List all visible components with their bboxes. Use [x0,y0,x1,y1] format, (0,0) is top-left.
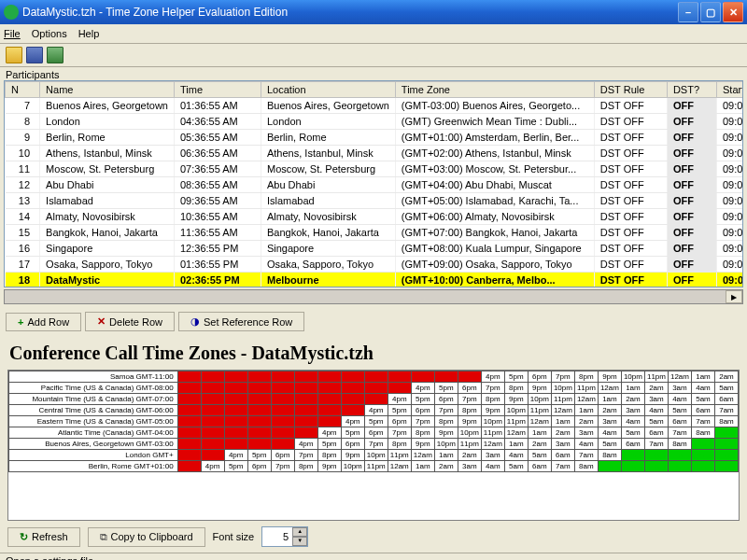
chart-cell: 8am [598,450,621,461]
chart-cell: 6am [621,439,644,450]
chart-cell: 4am [598,427,621,439]
table-row[interactable]: 14Almaty, Novosibirsk10:36:55 AMAlmaty, … [6,209,744,225]
chart-cell: 3am [621,405,644,416]
table-row[interactable]: 7Buenos Aires, Georgetown01:36:55 AMBuen… [6,98,744,114]
col-timezone[interactable]: Time Zone [395,82,594,98]
col-dst[interactable]: DST? [667,82,716,98]
chart-row-label: London GMT+ [9,450,178,461]
participants-grid[interactable]: N Name Time Location Time Zone DST Rule … [4,80,743,287]
table-row[interactable]: 11Moscow, St. Petersburg07:36:55 AMMosco… [6,161,744,177]
col-time[interactable]: Time [174,82,261,98]
chart-cell: 9pm [458,416,481,427]
chart-row-label: Buenos Aires, Georgetown GMT-03:00 [9,439,178,450]
chart-cell: 1am [528,427,551,439]
set-reference-row-button[interactable]: Set Reference Row [178,312,304,331]
chart-cell: 7am [551,461,574,472]
chart-row-label: Eastern Time (US & Canada) GMT-05:00 [9,416,178,427]
menu-help[interactable]: Help [78,28,100,39]
scroll-right-icon[interactable]: ▶ [726,290,742,303]
table-row[interactable]: 8London04:36:55 AMLondon(GMT) Greenwich … [6,114,744,130]
chart-cell: 5am [528,450,551,461]
chart-cell: 8pm [434,416,458,427]
chart-cell: 9pm [341,450,364,461]
open-icon[interactable] [6,47,22,63]
table-row[interactable]: 10Athens, Istanbul, Minsk06:36:55 AMAthe… [6,146,744,161]
chart-cell: 11am [247,405,271,416]
chart-cell: 6pm [458,383,481,394]
chart-cell: 10am [201,416,224,427]
menu-bar: File Options Help [0,24,747,44]
chart-cell: 10am [247,394,271,405]
timezone-chart[interactable]: Samoa GMT-11:003am4am5am6am7am8am9am10am… [7,370,740,521]
chart-row-label: Samoa GMT-11:00 [9,371,178,383]
chart-cell: 5am [504,461,528,472]
chart-cell: 2am [598,405,621,416]
chart-cell: 11pm [388,450,411,461]
chart-cell: 1am [621,383,644,394]
add-row-button[interactable]: Add Row [6,313,81,331]
table-row[interactable]: 13Islamabad09:36:55 AMIslamabad(GMT+05:0… [6,193,744,209]
chart-cell: 3am [644,394,668,405]
delete-row-button[interactable]: Delete Row [85,312,175,331]
maximize-button[interactable]: ▢ [700,2,721,22]
chart-row-label: Central Time (US & Canada) GMT-06:00 [9,405,178,416]
chart-cell: 12pm [388,371,411,383]
chart-cell: 3pm [294,427,317,439]
chart-cell: 4am [574,439,598,450]
col-dstrule[interactable]: DST Rule [594,82,667,98]
chart-cell: 12am [551,405,574,416]
close-button[interactable]: ✕ [723,2,743,22]
chart-cell: 2pm [271,427,294,439]
chart-cell: 1am [691,371,714,383]
table-row[interactable]: 17Osaka, Sapporo, Tokyo01:36:55 PMOsaka,… [6,257,744,273]
spin-down-icon[interactable]: ▼ [292,537,307,546]
chart-cell: 3am [668,383,691,394]
table-row[interactable]: 18DataMystic02:36:55 PMMelbourne(GMT+10:… [6,273,744,288]
minimize-button[interactable]: – [678,2,698,22]
chart-cell: 7pm [458,394,481,405]
chart-cell: 5pm [434,383,458,394]
chart-cell: 10am [341,371,364,383]
chart-cell: 8am [294,371,317,383]
table-row[interactable]: 12Abu Dhabi08:36:55 AMAbu Dhabi(GMT+04:0… [6,177,744,193]
copy-clipboard-button[interactable]: Copy to Clipboard [88,527,205,547]
chart-cell: 2pm [317,405,341,416]
chart-cell: 2pm [341,394,364,405]
chart-cell: 7am [271,371,294,383]
chart-cell: 6pm [434,394,458,405]
col-location[interactable]: Location [261,82,395,98]
table-row[interactable]: 16Singapore12:36:55 PMSingapore(GMT+08:0… [6,241,744,257]
chart-cell: 4am [504,450,528,461]
chart-cell: 12pm [668,461,691,472]
chart-cell: 10pm [481,416,504,427]
font-size-input[interactable] [262,530,292,543]
chart-cell: 3pm [317,416,341,427]
menu-file[interactable]: File [4,28,21,39]
spin-up-icon[interactable]: ▲ [292,527,307,537]
chart-cell: 12pm [317,383,341,394]
chart-cell: 4pm [317,427,341,439]
chart-cell: 5am [691,394,714,405]
chart-cell: 2am [458,450,481,461]
chart-cell: 4am [691,383,714,394]
col-name[interactable]: Name [40,82,175,98]
table-row[interactable]: 9Berlin, Rome05:36:55 AMBerlin, Rome(GMT… [6,130,744,146]
refresh-button[interactable]: Refresh [7,527,80,547]
reference-icon [190,315,200,328]
horizontal-scrollbar[interactable]: ▶ [4,289,743,304]
table-row[interactable]: 15Bangkok, Hanoi, Jakarta11:36:55 AMBang… [6,225,744,241]
chart-cell: 7pm [411,416,434,427]
col-n[interactable]: N [6,82,40,98]
col-start[interactable]: Start of business day [716,82,743,98]
chart-cell: 10am [271,383,294,394]
chart-cell: 10pm [434,439,458,450]
chart-cell: 4pm [201,461,224,472]
menu-options[interactable]: Options [32,28,67,39]
save-icon[interactable] [26,47,43,63]
chart-cell: 8pm [481,394,504,405]
export-icon[interactable] [47,47,63,63]
font-size-spinner[interactable]: ▲▼ [261,526,308,547]
chart-cell: 4pm [224,450,247,461]
chart-cell: 7am [574,450,598,461]
chart-cell: 4am [668,394,691,405]
